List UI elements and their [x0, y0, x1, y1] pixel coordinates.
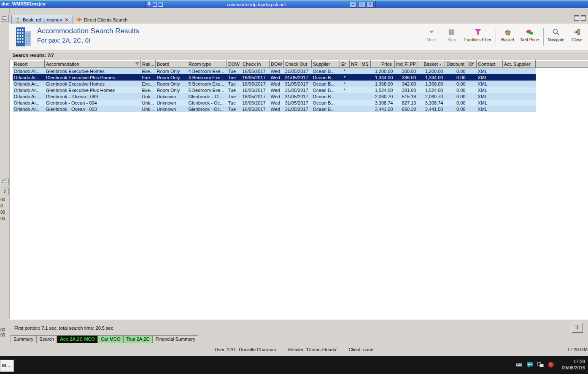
pin-icon[interactable] [147, 2, 151, 7]
close-label: Close [572, 38, 583, 42]
cell: Unknown [156, 106, 187, 112]
nett-price-button[interactable]: Nett Price [518, 28, 542, 42]
column-header-board[interactable]: Board [156, 61, 187, 68]
cell: 381.00 [395, 87, 418, 93]
column-header-act-supplier[interactable]: Act. Supplier [503, 61, 536, 68]
column-header-check-out[interactable]: Check Out [284, 61, 312, 68]
cell [467, 93, 477, 100]
results-count-label: Search results: 7/7 [13, 53, 54, 58]
rdp-restore-button[interactable]: □ [358, 2, 365, 8]
cell: 16/05/2017 [241, 81, 270, 87]
cell: 3,308.74 [371, 100, 395, 106]
cell: Orlando Ar... [13, 87, 45, 93]
column-header-price[interactable]: Price [371, 61, 395, 68]
column-header-basket[interactable]: Basket▼ [418, 61, 445, 68]
cell [360, 68, 371, 75]
filter-funnel-icon[interactable] [135, 62, 140, 66]
bottom-tab-tour-2a-2c[interactable]: Tour 2A,2C [124, 335, 153, 343]
column-header-dow[interactable]: DOW [270, 61, 284, 68]
taskbar-date: 09/08/2016 [562, 365, 585, 371]
column-header-supplier[interactable]: Supplier [312, 61, 340, 68]
basket-button[interactable]: Basket [498, 28, 518, 42]
tab-booking-ref[interactable]: Book. ref .: <none> × [11, 15, 72, 24]
rdp-close-button[interactable]: × [367, 2, 374, 8]
rdp-connection-bar: comostreetrdp.topdog.uk.net – □ × [145, 1, 376, 8]
rdp-minimize-button[interactable]: – [350, 2, 357, 8]
result-row-5[interactable]: Orlando Ar...Glenbrook – Ocean - 089Unk.… [13, 93, 588, 100]
result-row-1[interactable]: Orlando Ar...Glenbrook Executive HomesEx… [13, 68, 588, 75]
column-header-room-type[interactable]: Room type [187, 61, 227, 68]
bottom-tab-car-mco[interactable]: Car MCO [98, 335, 123, 343]
column-header-label: Price [381, 62, 392, 67]
column-header-label: Of [469, 62, 474, 67]
messenger-tray-icon[interactable] [526, 361, 533, 368]
more-button[interactable]: More [421, 28, 442, 42]
column-header-label: Er [341, 62, 346, 67]
column-header-ms[interactable]: MS [360, 61, 371, 68]
column-header-er[interactable]: Er [340, 61, 350, 68]
column-header-rati[interactable]: Rati... [141, 61, 156, 68]
status-time: 17:28 GM [567, 347, 588, 352]
bottom-tab-acc-2a-2c-mco[interactable]: Acc 2A,2C MCO [57, 335, 98, 343]
column-header-label: Accommodation [46, 62, 79, 67]
info-icon[interactable]: i [1, 188, 9, 195]
cell: Wed [270, 81, 284, 87]
info-button[interactable]: i [572, 323, 583, 333]
column-header-dow[interactable]: DOW [227, 61, 241, 68]
column-header-label: DOW [228, 62, 240, 67]
stop-button[interactable]: Stop [442, 28, 462, 42]
column-header-of[interactable]: Of [467, 61, 477, 68]
window-mini-icon [153, 3, 157, 7]
result-row-2[interactable]: Orlando Ar...Glenbrook Executive Plus Ho… [13, 74, 588, 81]
toolbar: More Stop Facilities Filter Basket Ne [421, 28, 587, 46]
windows-taskbar: ea... 17:28 09/08/2016 [0, 356, 588, 374]
result-row-4[interactable]: Orlando Ar...Glenbrook Executive Plus Ho… [13, 87, 588, 93]
cell: Wed [270, 106, 284, 112]
cell-filler [536, 87, 588, 93]
clock-tray-icon[interactable] [548, 361, 554, 368]
cell: Orlando Ar... [13, 74, 45, 81]
navigate-button[interactable]: Navigate [545, 28, 567, 42]
bottom-tab-financial-summary[interactable]: Financial Summary [153, 335, 198, 343]
results-table: ResortAccommodationRati...BoardRoom type… [12, 60, 588, 112]
window-titlebar: duc. WMRS01ms)ey comostreetrdp.topdog.uk… [0, 0, 588, 8]
bottom-tab-search[interactable]: Search [36, 335, 57, 343]
cell [350, 93, 360, 100]
cell: 5 Bedroom Exe... [187, 81, 227, 87]
column-header-nr[interactable]: NR [350, 61, 360, 68]
result-row-6[interactable]: Orlando Ar...Glenbrook - Ocean - 004Unk.… [13, 100, 588, 106]
column-header-accommodation[interactable]: Accommodation [45, 61, 141, 68]
cell: Ocean B... [312, 100, 340, 106]
panel-restore-icon[interactable] [1, 15, 9, 22]
network-tray-icon[interactable] [537, 361, 544, 368]
keyboard-tray-icon[interactable] [516, 361, 523, 368]
tab-close-icon[interactable]: × [65, 18, 68, 22]
cell: Orlando Ar... [13, 93, 45, 100]
cell: 16/05/2017 [241, 87, 270, 93]
restore-pane-icon[interactable] [574, 15, 579, 21]
column-header-label: NR [351, 62, 358, 67]
cell: Room Only [156, 87, 187, 93]
result-row-3[interactable]: Orlando Ar...Glenbrook Executive HomesEx… [13, 81, 588, 87]
column-header-resort[interactable]: Resort [13, 61, 45, 68]
taskbar-app-button[interactable]: ea... [0, 360, 14, 372]
panel-window-icon[interactable] [1, 178, 9, 185]
cell: 3,308.74 [418, 100, 445, 106]
column-header-incl-fl-pp[interactable]: Incl.Fl.PP [395, 61, 418, 68]
cell: Ocean B... [312, 93, 340, 100]
column-header-contract[interactable]: Contract [477, 61, 503, 68]
minimize-pane-icon[interactable] [581, 15, 586, 21]
facilities-filter-button[interactable]: Facilities Filter [462, 28, 494, 42]
tab-direct-clients-search[interactable]: Direct Clients Search [73, 15, 131, 24]
close-button[interactable]: Close [567, 28, 587, 42]
cell: 1,524.00 [371, 87, 395, 93]
column-header-discount[interactable]: Discount [445, 61, 467, 68]
bottom-tab-summary[interactable]: Summary [11, 335, 36, 343]
column-header-check-in[interactable]: Check In [241, 61, 270, 68]
column-header-label: Contract [478, 62, 496, 67]
cell: Glenbrook - Ocean - 003 [45, 106, 141, 112]
taskbar-clock[interactable]: 17:28 09/08/2016 [562, 358, 585, 371]
cell: 3,441.50 [371, 106, 395, 112]
toolbar-separator [496, 28, 496, 46]
result-row-7[interactable]: Orlando Ar...Glenbrook - Ocean - 003Unk.… [13, 106, 588, 112]
